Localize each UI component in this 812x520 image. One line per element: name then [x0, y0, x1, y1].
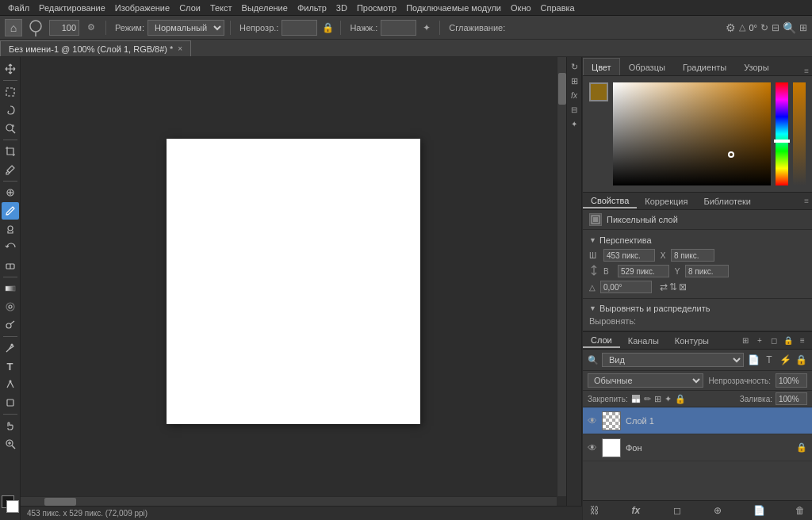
alpha-bar[interactable]	[793, 82, 806, 185]
menu-layers[interactable]: Слои	[174, 3, 205, 13]
layer-style-icon[interactable]: fx	[629, 503, 643, 518]
add-mask-icon[interactable]: ◻	[670, 503, 684, 518]
height-input[interactable]	[618, 265, 669, 277]
layer-mask-icon[interactable]: ◻	[768, 335, 780, 347]
tool-brush[interactable]	[2, 202, 19, 220]
tool-hand[interactable]	[2, 417, 19, 434]
new-layer-icon[interactable]: +	[753, 335, 766, 347]
tab-patterns[interactable]: Узоры	[735, 58, 777, 75]
layer-bg-visibility[interactable]: 👁	[588, 442, 597, 453]
tool-clone-stamp[interactable]	[2, 220, 19, 238]
smart-object-btn[interactable]: 🔒	[795, 354, 807, 366]
panels-icon[interactable]: ⊞	[799, 22, 807, 33]
tool-select-rect[interactable]	[2, 83, 19, 101]
menu-window[interactable]: Окно	[506, 3, 536, 13]
tool-gradient[interactable]	[2, 280, 19, 297]
flip-h-icon[interactable]: ⇄	[660, 281, 668, 292]
tab-gradients[interactable]: Градиенты	[674, 58, 735, 75]
tool-lasso[interactable]	[2, 101, 19, 119]
tool-eraser[interactable]	[2, 257, 19, 274]
edge-adjust[interactable]: ⊟	[568, 103, 580, 116]
tool-path-select[interactable]	[2, 376, 19, 393]
lock-position-icon[interactable]: ✦	[665, 394, 672, 404]
tab-corrections[interactable]: Коррекция	[637, 195, 695, 208]
tab-layers[interactable]: Слои	[583, 334, 620, 348]
angle-input[interactable]	[600, 281, 652, 293]
tab-swatches[interactable]: Образцы	[620, 58, 674, 75]
properties-collapse[interactable]: ≡	[804, 197, 809, 205]
layer-type-filter[interactable]: Вид	[602, 353, 744, 367]
home-button[interactable]: ⌂	[5, 19, 22, 36]
canvas-area[interactable]	[21, 57, 566, 506]
brush-preset-icon[interactable]	[25, 17, 46, 38]
foreground-color-swatch[interactable]	[2, 495, 19, 513]
layers-menu-icon[interactable]: ≡	[796, 335, 809, 347]
new-layer-btn[interactable]: 📄	[747, 354, 760, 366]
layer-item-1[interactable]: 👁 Слой 1	[583, 407, 812, 434]
lock-transparent-icon[interactable]	[631, 394, 641, 403]
edge-tablet[interactable]: ⊞	[568, 75, 580, 87]
vertical-scrollbar[interactable]	[557, 57, 566, 496]
menu-edit[interactable]: Редактирование	[34, 3, 110, 13]
adjustment-btn[interactable]: ⚡	[779, 354, 791, 366]
new-layer-group-btn[interactable]: T	[763, 354, 776, 366]
menu-plugins[interactable]: Подключаемые модули	[401, 3, 506, 13]
edge-fx[interactable]: fx	[568, 89, 580, 101]
tool-history-brush[interactable]	[2, 239, 19, 256]
tool-zoom[interactable]	[2, 435, 19, 453]
tool-dodge[interactable]	[2, 316, 19, 334]
tab-close-button[interactable]: ×	[178, 44, 182, 53]
document-tab[interactable]: Без имени-1 @ 100% (Слой 1, RGB/8#) * ×	[0, 40, 191, 56]
lock-all-icon[interactable]: 🔒	[782, 335, 795, 347]
tool-spot-heal[interactable]	[2, 184, 19, 201]
menu-select[interactable]: Выделение	[237, 3, 293, 13]
rotate-icon[interactable]: ↻	[760, 22, 768, 33]
align-header[interactable]: ▼ Выровнять и распределить	[589, 302, 806, 315]
tool-blur[interactable]	[2, 298, 19, 315]
color-spectrum-bar[interactable]	[776, 82, 788, 185]
layer-blend-dropdown[interactable]: Обычные	[588, 373, 703, 388]
delete-layer-icon[interactable]: 🗑	[793, 503, 807, 518]
tool-shape[interactable]	[2, 394, 19, 411]
lock-all-layers-icon[interactable]: 🔒	[675, 394, 686, 404]
flow-icon[interactable]: ✦	[419, 21, 434, 35]
opacity-lock-icon[interactable]: 🔒	[320, 21, 335, 35]
tool-eyedropper[interactable]	[2, 161, 19, 178]
tool-pen[interactable]	[2, 339, 19, 357]
new-group-icon[interactable]: ⊞	[739, 335, 752, 347]
transform-icon[interactable]: ⊠	[679, 281, 687, 292]
brush-settings-icon[interactable]: ⚙	[82, 19, 100, 36]
menu-help[interactable]: Справка	[536, 3, 580, 13]
foreground-color[interactable]	[589, 82, 608, 101]
y-input[interactable]	[685, 265, 729, 277]
edge-rotate-view[interactable]: ↻	[568, 60, 580, 73]
link-layers-icon[interactable]: ⛓	[588, 503, 602, 518]
tab-libraries[interactable]: Библиотеки	[695, 195, 759, 208]
tab-properties[interactable]: Свойства	[583, 194, 637, 208]
menu-filter[interactable]: Фильтр	[293, 3, 331, 13]
color-gradient-field[interactable]	[613, 82, 771, 185]
tool-crop[interactable]	[2, 143, 19, 160]
layer-1-visibility[interactable]: 👁	[588, 415, 597, 426]
menu-3d[interactable]: 3D	[331, 3, 352, 13]
x-input[interactable]	[671, 249, 714, 262]
opacity-input[interactable]: 100%	[282, 20, 317, 36]
new-fill-layer-icon[interactable]: ⊕	[710, 503, 725, 518]
menu-file[interactable]: Файл	[3, 3, 34, 13]
settings-icon[interactable]: ⚙	[726, 21, 736, 34]
tool-move[interactable]	[2, 60, 19, 78]
edge-brush-settings[interactable]: ✦	[568, 117, 580, 130]
pressure-icon[interactable]: ⊟	[772, 22, 779, 33]
blend-mode-dropdown[interactable]: Нормальный	[147, 20, 224, 36]
color-panel-collapse[interactable]: ≡	[804, 67, 809, 75]
menu-text[interactable]: Текст	[205, 3, 237, 13]
lock-image-icon[interactable]: ✏	[644, 394, 651, 404]
menu-image[interactable]: Изображение	[110, 3, 174, 13]
link-icon[interactable]	[589, 264, 600, 278]
perspective-header[interactable]: ▼ Перспектива	[589, 233, 806, 247]
layer-fill-input[interactable]	[776, 392, 807, 405]
layer-opacity-input[interactable]	[776, 373, 807, 388]
tab-color[interactable]: Цвет	[583, 58, 620, 75]
tool-text[interactable]: T	[2, 358, 19, 375]
brush-size-input[interactable]	[49, 20, 79, 36]
